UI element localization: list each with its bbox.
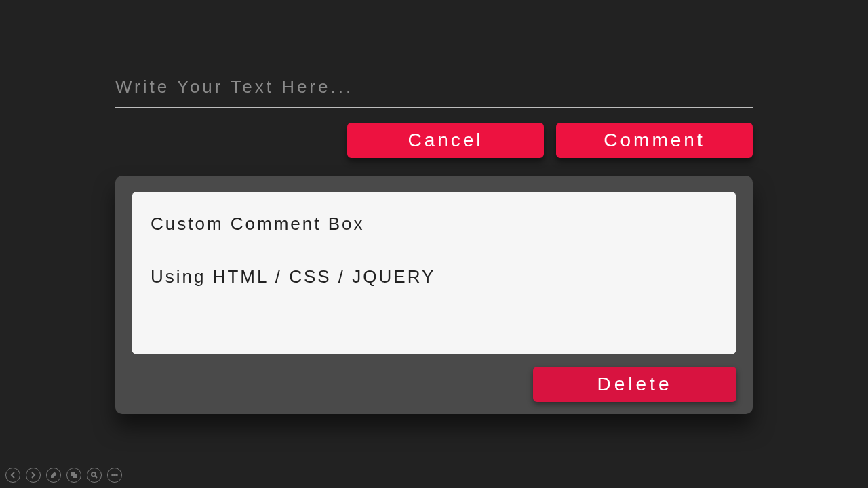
comment-card: Custom Comment Box Using HTML / CSS / JQ… — [115, 176, 753, 414]
comment-body: Custom Comment Box Using HTML / CSS / JQ… — [132, 192, 736, 354]
delete-button[interactable]: Delete — [533, 367, 736, 402]
svg-point-3 — [112, 474, 113, 476]
delete-row: Delete — [132, 367, 736, 402]
edit-icon[interactable] — [46, 468, 61, 483]
svg-point-4 — [114, 474, 115, 476]
svg-point-2 — [92, 472, 96, 476]
more-icon[interactable] — [107, 468, 122, 483]
bottom-toolbar — [5, 468, 122, 483]
action-button-row: Cancel Comment — [115, 123, 753, 158]
comment-input[interactable] — [115, 71, 753, 108]
zoom-icon[interactable] — [87, 468, 102, 483]
copy-icon[interactable] — [66, 468, 81, 483]
svg-point-5 — [116, 474, 117, 476]
comment-button[interactable]: Comment — [556, 123, 753, 158]
cancel-button[interactable]: Cancel — [347, 123, 544, 158]
next-icon[interactable] — [26, 468, 41, 483]
prev-icon[interactable] — [5, 468, 20, 483]
